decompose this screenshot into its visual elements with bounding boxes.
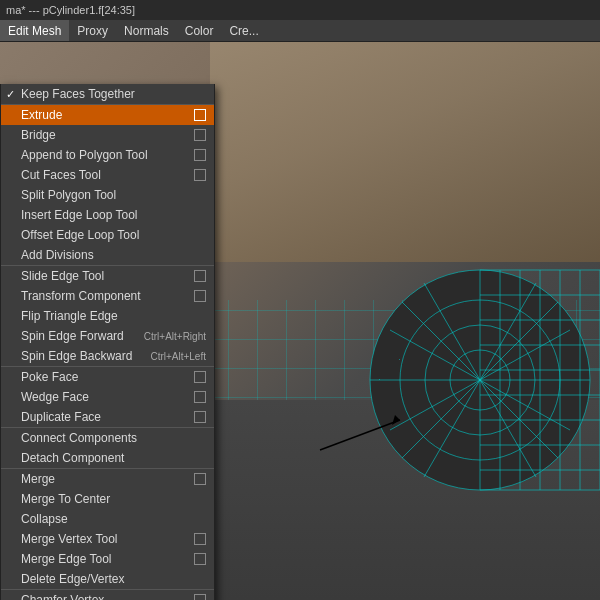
section-connect-group: Connect Components Detach Component bbox=[1, 428, 214, 469]
menu-spin-edge-forward[interactable]: Spin Edge Forward Ctrl+Alt+Right bbox=[1, 326, 214, 346]
section-merge-group: Merge Merge To Center Collapse Merge Ver… bbox=[1, 469, 214, 590]
mesh-cylinder bbox=[200, 200, 600, 600]
extrude-options-icon[interactable] bbox=[194, 109, 206, 121]
append-options-icon[interactable] bbox=[194, 149, 206, 161]
menu-cre[interactable]: Cre... bbox=[221, 20, 266, 41]
menu-add-divisions[interactable]: Add Divisions bbox=[1, 245, 214, 265]
menu-connect-components[interactable]: Connect Components bbox=[1, 428, 214, 448]
menu-extrude[interactable]: Extrude bbox=[1, 105, 214, 125]
section-poke-group: Poke Face Wedge Face Duplicate Face bbox=[1, 367, 214, 428]
menu-poke-face[interactable]: Poke Face bbox=[1, 367, 214, 387]
menu-spin-edge-backward[interactable]: Spin Edge Backward Ctrl+Alt+Left bbox=[1, 346, 214, 366]
menu-wedge-face[interactable]: Wedge Face bbox=[1, 387, 214, 407]
menu-bridge[interactable]: Bridge bbox=[1, 125, 214, 145]
menu-duplicate-face[interactable]: Duplicate Face bbox=[1, 407, 214, 427]
menu-merge-vertex-tool[interactable]: Merge Vertex Tool bbox=[1, 529, 214, 549]
cut-faces-options-icon[interactable] bbox=[194, 169, 206, 181]
menu-transform-component[interactable]: Transform Component bbox=[1, 286, 214, 306]
menu-insert-edge-loop-tool[interactable]: Insert Edge Loop Tool bbox=[1, 205, 214, 225]
section-keep-faces: Keep Faces Together bbox=[1, 84, 214, 105]
menu-split-polygon-tool[interactable]: Split Polygon Tool bbox=[1, 185, 214, 205]
wedge-face-options-icon[interactable] bbox=[194, 391, 206, 403]
bridge-options-icon[interactable] bbox=[194, 129, 206, 141]
menu-offset-edge-loop-tool[interactable]: Offset Edge Loop Tool bbox=[1, 225, 214, 245]
section-chamfer-group: Chamfer Vertex Bevel bbox=[1, 590, 214, 600]
menu-delete-edge-vertex[interactable]: Delete Edge/Vertex bbox=[1, 569, 214, 589]
menu-edit-mesh[interactable]: Edit Mesh bbox=[0, 20, 69, 41]
section-extrude-group: Extrude Bridge Append to Polygon Tool Cu… bbox=[1, 105, 214, 266]
menu-merge-to-center[interactable]: Merge To Center bbox=[1, 489, 214, 509]
svg-rect-30 bbox=[399, 359, 400, 360]
menu-slide-edge-tool[interactable]: Slide Edge Tool bbox=[1, 266, 214, 286]
menu-color[interactable]: Color bbox=[177, 20, 222, 41]
slide-edge-options-icon[interactable] bbox=[194, 270, 206, 282]
menu-merge-edge-tool[interactable]: Merge Edge Tool bbox=[1, 549, 214, 569]
menu-cut-faces-tool[interactable]: Cut Faces Tool bbox=[1, 165, 214, 185]
menu-proxy[interactable]: Proxy bbox=[69, 20, 116, 41]
chamfer-options-icon[interactable] bbox=[194, 594, 206, 600]
merge-edge-options-icon[interactable] bbox=[194, 553, 206, 565]
menu-bar: Edit Mesh Proxy Normals Color Cre... bbox=[0, 20, 600, 42]
menu-flip-triangle-edge[interactable]: Flip Triangle Edge bbox=[1, 306, 214, 326]
merge-options-icon[interactable] bbox=[194, 473, 206, 485]
title-text: ma* --- pCylinder1.f[24:35] bbox=[6, 4, 135, 16]
menu-keep-faces-together[interactable]: Keep Faces Together bbox=[1, 84, 214, 104]
dropdown-menu: Keep Faces Together Extrude Bridge Appen… bbox=[0, 84, 215, 600]
transform-options-icon[interactable] bbox=[194, 290, 206, 302]
svg-rect-29 bbox=[379, 379, 380, 380]
duplicate-face-options-icon[interactable] bbox=[194, 411, 206, 423]
merge-vertex-options-icon[interactable] bbox=[194, 533, 206, 545]
poke-face-options-icon[interactable] bbox=[194, 371, 206, 383]
menu-detach-component[interactable]: Detach Component bbox=[1, 448, 214, 468]
menu-append-to-polygon-tool[interactable]: Append to Polygon Tool bbox=[1, 145, 214, 165]
menu-merge[interactable]: Merge bbox=[1, 469, 214, 489]
title-bar: ma* --- pCylinder1.f[24:35] bbox=[0, 0, 600, 20]
section-slide-group: Slide Edge Tool Transform Component Flip… bbox=[1, 266, 214, 367]
viewport: Keep Faces Together Extrude Bridge Appen… bbox=[0, 42, 600, 600]
menu-chamfer-vertex[interactable]: Chamfer Vertex bbox=[1, 590, 214, 600]
menu-normals[interactable]: Normals bbox=[116, 20, 177, 41]
menu-collapse[interactable]: Collapse bbox=[1, 509, 214, 529]
